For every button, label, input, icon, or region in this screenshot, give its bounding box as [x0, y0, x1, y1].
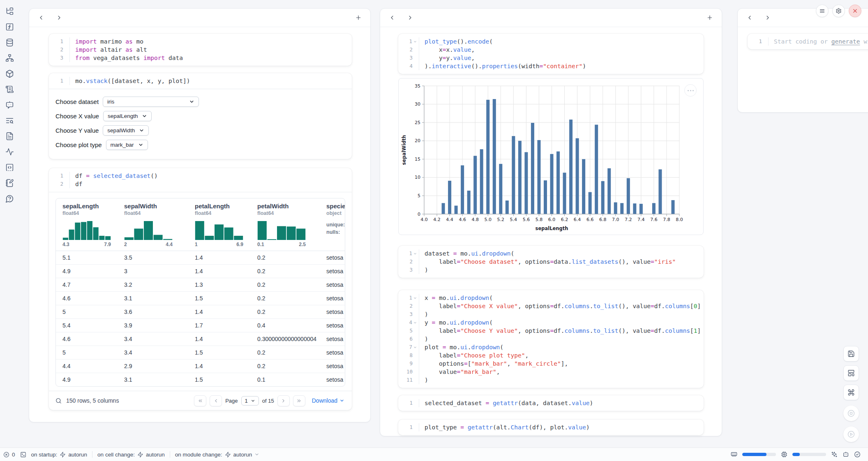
column-header-species[interactable]: speciesobjectunique:nulls:: [320, 198, 345, 251]
square-function-icon[interactable]: [5, 22, 14, 31]
on-module-change-config[interactable]: on module change: autorun: [175, 452, 260, 458]
dataframe-code-editor[interactable]: 1df = selected_dataset()2df: [49, 168, 352, 192]
add-cell-button[interactable]: [705, 13, 714, 22]
activity-icon[interactable]: [5, 147, 14, 156]
file-text-icon[interactable]: [5, 131, 14, 141]
file-tree-icon[interactable]: [5, 7, 14, 16]
errors-indicator[interactable]: 0: [3, 452, 15, 458]
search-icon[interactable]: [55, 397, 62, 404]
code-line[interactable]: 3from vega_datasets import data: [49, 54, 347, 62]
plot-code-editor[interactable]: 1plot_type().encode(2 x=x.value,3 y=y.va…: [398, 34, 704, 74]
choose-plot-type-select[interactable]: mark_bar: [106, 140, 148, 150]
code-line[interactable]: 5 label="Choose Y value", options=df.col…: [398, 327, 699, 335]
code-line[interactable]: 1x = mo.ui.dropdown(: [398, 294, 699, 302]
code-line[interactable]: 3): [398, 310, 699, 318]
code-line[interactable]: 1dataset = mo.ui.dropdown(: [398, 249, 699, 258]
save-button[interactable]: [843, 346, 859, 362]
column-header-sepalwidth[interactable]: sepalWidthfloat6424.4: [118, 198, 188, 251]
chevron-left-icon[interactable]: [745, 13, 754, 22]
code-line[interactable]: 3): [398, 266, 699, 274]
code-line[interactable]: 4).interactive().properties(width="conta…: [398, 62, 699, 70]
controls-code-editor[interactable]: 1x = mo.ui.dropdown(2 label="Choose X va…: [398, 290, 704, 388]
package-icon[interactable]: [5, 69, 14, 78]
scroll-icon[interactable]: [5, 85, 14, 94]
on-startup-config[interactable]: on startup: autorun: [31, 452, 88, 458]
code-line[interactable]: 1plot_type = getattr(alt.Chart(df), plot…: [398, 423, 699, 431]
layout-button[interactable]: [843, 365, 859, 381]
column-header-petallength[interactable]: petalLengthfloat6416.9: [188, 198, 251, 251]
chevron-left-icon[interactable]: [388, 13, 397, 22]
page-number-select[interactable]: 1: [241, 396, 259, 406]
code-line[interactable]: 2 label="Choose dataset", options=data.l…: [398, 258, 699, 266]
terminal-button[interactable]: [20, 452, 26, 458]
assistant-bot-button[interactable]: [843, 451, 849, 458]
close-button[interactable]: [849, 5, 861, 17]
empty-cell-editor[interactable]: 1Start coding or generate with: [748, 34, 868, 49]
network-icon[interactable]: [5, 53, 14, 62]
chevron-right-icon[interactable]: [406, 13, 415, 22]
selected-dataset-code-editor[interactable]: 1selected_dataset = getattr(data, datase…: [398, 395, 704, 411]
settings-gear-button[interactable]: [832, 5, 845, 17]
next-page-button[interactable]: [277, 395, 290, 406]
choose-y-value-select[interactable]: sepalWidth: [103, 125, 149, 136]
table-cell: setosa: [320, 332, 345, 346]
code-line[interactable]: 1df = selected_dataset(): [49, 172, 347, 180]
last-page-button[interactable]: [293, 395, 305, 406]
choose-x-value-select[interactable]: sepalLength: [103, 111, 152, 121]
chat-bot-icon[interactable]: [5, 100, 14, 109]
code-line[interactable]: 1mo.vstack([dataset, x, y, plot]): [49, 77, 347, 85]
code-line[interactable]: 3 y=y.value,: [398, 54, 699, 62]
chart-menu-button[interactable]: [684, 84, 697, 97]
code-line[interactable]: 1plot_type().encode(: [398, 37, 699, 46]
code-line[interactable]: 2 x=x.value,: [398, 46, 699, 54]
chevron-right-icon[interactable]: [55, 13, 64, 22]
code-line[interactable]: 8 label="Choose plot type",: [398, 351, 699, 360]
code-line[interactable]: 6): [398, 335, 699, 343]
previous-page-button[interactable]: [210, 395, 222, 406]
code-line[interactable]: 2import altair as alt: [49, 46, 347, 54]
code-line[interactable]: 9 options=["mark_bar", "mark_circle"],: [398, 360, 699, 368]
notebook-pen-icon[interactable]: [5, 178, 14, 187]
table-cell: setosa: [320, 265, 345, 278]
column-header-sepallength[interactable]: sepalLengthfloat644.37.9: [56, 198, 118, 251]
first-page-button[interactable]: [194, 395, 206, 406]
code-snippet-icon[interactable]: [5, 163, 14, 172]
altair-chart-output[interactable]: 051015202530354.04.24.44.64.85.05.25.45.…: [398, 78, 704, 235]
code-line[interactable]: 7plot = mo.ui.dropdown(: [398, 343, 699, 351]
database-icon[interactable]: [5, 38, 14, 47]
table-row: 5.43.91.70.4setosa: [56, 319, 345, 332]
code-line[interactable]: 1Start coding or generate with: [748, 37, 868, 46]
cpu-icon: [781, 451, 787, 458]
run-button[interactable]: [843, 426, 859, 442]
svg-text:4.0: 4.0: [420, 217, 428, 222]
table-cell: 3.1: [118, 292, 188, 305]
on-cell-change-config[interactable]: on cell change: autorun: [97, 452, 165, 458]
dataset-code-editor[interactable]: 1dataset = mo.ui.dropdown(2 label="Choos…: [398, 246, 704, 278]
vstack-code-editor[interactable]: 1mo.vstack([dataset, x, y, plot]): [49, 73, 352, 89]
choose-dataset-select[interactable]: iris: [103, 97, 199, 107]
code-line[interactable]: 11): [398, 376, 699, 384]
add-cell-button[interactable]: [354, 13, 363, 22]
chevron-right-icon[interactable]: [763, 13, 772, 22]
menu-button[interactable]: [816, 5, 829, 17]
bar: [556, 152, 560, 214]
command-palette-button[interactable]: [843, 385, 859, 400]
download-button[interactable]: Download: [312, 397, 344, 404]
code-line[interactable]: 1import marimo as mo: [49, 37, 347, 46]
code-line[interactable]: 2 label="Choose X value", options=df.col…: [398, 302, 699, 310]
ai-sparkles-button[interactable]: [831, 451, 838, 458]
code-line[interactable]: 4y = mo.ui.dropdown(: [398, 318, 699, 327]
column-header-petalwidth[interactable]: petalWidthfloat640.12.5: [251, 198, 320, 251]
text-search-icon[interactable]: [5, 116, 14, 125]
help-chat-icon[interactable]: [5, 194, 14, 203]
connection-status-button[interactable]: [854, 451, 861, 458]
bar: [620, 203, 623, 214]
table-cell: 0.2: [251, 292, 320, 305]
plot-type-code-editor[interactable]: 1plot_type = getattr(alt.Chart(df), plot…: [398, 420, 704, 435]
code-line[interactable]: 1selected_dataset = getattr(data, datase…: [398, 399, 699, 407]
code-line[interactable]: 2df: [49, 180, 347, 188]
code-line[interactable]: 10 value="mark_bar",: [398, 368, 699, 376]
chevron-left-icon[interactable]: [37, 13, 46, 22]
stop-button[interactable]: [843, 406, 859, 421]
imports-code-editor[interactable]: 1import marimo as mo2import altair as al…: [49, 34, 352, 66]
